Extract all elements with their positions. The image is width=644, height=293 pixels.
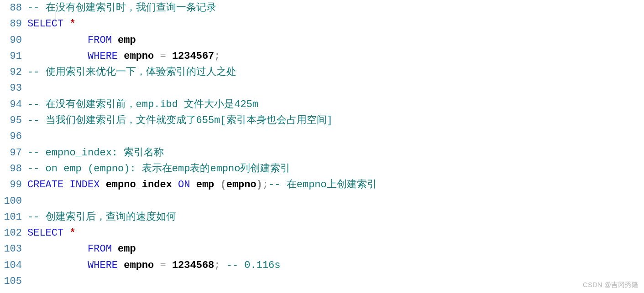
code-line: -- empno_index: 索引名称: [27, 145, 644, 161]
token-plain: [27, 260, 88, 271]
token-comment: -- 使用索引来优化一下，体验索引的过人之处: [27, 67, 236, 78]
token-semicolon: ;: [214, 51, 220, 62]
line-number: 100: [0, 193, 22, 209]
code-line: -- on emp (empno): 表示在emp表的empno列创建索引: [27, 161, 644, 177]
token-identifier: emp: [196, 179, 215, 190]
token-operator: =: [160, 260, 166, 271]
token-plain: [214, 179, 220, 190]
token-number: 1234567: [172, 51, 214, 62]
line-number: 101: [0, 209, 22, 225]
token-star: *: [69, 227, 75, 239]
token-plain: [118, 260, 124, 271]
code-line: -- 在没有创建索引时，我们查询一条记录: [27, 0, 644, 16]
token-semicolon: ;: [214, 260, 220, 271]
line-number: 88: [0, 0, 22, 16]
watermark: CSDN @吉冈秀隆: [583, 279, 639, 290]
code-line: FROM emp: [27, 241, 644, 257]
token-identifier: emp: [118, 35, 136, 46]
token-comment: -- 当我们创建索引后，文件就变成了655m[索引本身也会占用空间]: [27, 115, 333, 126]
code-line: CREATE INDEX empno_index ON emp (empno);…: [27, 177, 644, 193]
code-line: SELECT *: [27, 16, 644, 32]
code-line: -- 当我们创建索引后，文件就变成了655m[索引本身也会占用空间]: [27, 113, 644, 129]
token-paren: ): [257, 179, 262, 190]
code-line: FROM emp: [27, 32, 644, 48]
code-line: [27, 80, 644, 96]
token-plain: [27, 35, 88, 46]
code-line: -- 创建索引后，查询的速度如何: [27, 209, 644, 225]
line-number: 89: [0, 16, 22, 32]
token-identifier: emp: [118, 243, 136, 255]
token-comment: -- 创建索引后，查询的速度如何: [27, 211, 176, 223]
line-number-gutter: 8889909192939495969798991001011021031041…: [0, 0, 27, 293]
line-number: 92: [0, 64, 22, 80]
token-plain: [27, 243, 88, 255]
token-plain: [63, 227, 69, 239]
token-semicolon: ;: [262, 179, 268, 190]
token-number: 1234568: [172, 260, 214, 271]
token-keyword: SELECT: [27, 18, 63, 30]
token-plain: [220, 260, 226, 271]
token-plain: [118, 51, 124, 62]
token-keyword: WHERE: [88, 260, 118, 271]
code-line: WHERE empno = 1234567;: [27, 48, 644, 64]
line-number: 97: [0, 145, 22, 161]
token-keyword: FROM: [88, 243, 112, 255]
token-identifier: empno: [124, 51, 154, 62]
code-line: -- 在没有创建索引前，emp.ibd 文件大小是425m: [27, 97, 644, 113]
token-comment: -- on emp (empno): 表示在emp表的empno列创建索引: [27, 163, 290, 175]
token-plain: [63, 179, 69, 190]
token-plain: [154, 51, 160, 62]
token-plain: [99, 179, 105, 190]
code-line: [27, 273, 644, 289]
code-area[interactable]: -- 在没有创建索引时，我们查询一条记录SELECT * FROM emp WH…: [27, 0, 644, 293]
code-line: SELECT *: [27, 225, 644, 241]
token-identifier: empno: [124, 260, 154, 271]
token-plain: [190, 179, 196, 190]
token-comment: -- 0.116s: [226, 260, 281, 271]
token-identifier: empno_index: [106, 179, 172, 190]
code-line: [27, 129, 644, 144]
token-plain: [166, 51, 172, 62]
token-plain: [112, 35, 118, 46]
token-plain: [166, 260, 172, 271]
token-keyword: FROM: [88, 35, 112, 46]
token-keyword: SELECT: [27, 227, 63, 239]
token-comment: -- 在empno上创建索引: [268, 179, 377, 190]
token-comment: -- empno_index: 索引名称: [27, 147, 164, 159]
line-number: 99: [0, 177, 22, 193]
line-number: 90: [0, 32, 22, 48]
token-plain: [154, 260, 160, 271]
token-keyword: INDEX: [69, 179, 99, 190]
line-number: 103: [0, 241, 22, 257]
token-comment: -- 在: [27, 2, 56, 14]
line-number: 91: [0, 48, 22, 64]
code-line: WHERE empno = 1234568; -- 0.116s: [27, 257, 644, 273]
line-number: 96: [0, 129, 22, 144]
token-keyword: CREATE: [27, 179, 63, 190]
line-number: 93: [0, 80, 22, 96]
token-star: *: [69, 18, 75, 30]
token-comment: 没有创建索引时，我们查询一条记录: [56, 2, 216, 14]
token-keyword: WHERE: [88, 51, 118, 62]
token-operator: =: [160, 51, 166, 62]
line-number: 98: [0, 161, 22, 177]
token-identifier: empno: [226, 179, 257, 190]
token-keyword: ON: [178, 179, 190, 190]
line-number: 104: [0, 257, 22, 273]
token-plain: [112, 243, 118, 255]
line-number: 95: [0, 113, 22, 129]
token-paren: (: [220, 179, 226, 190]
code-line: -- 使用索引来优化一下，体验索引的过人之处: [27, 64, 644, 80]
line-number: 105: [0, 273, 22, 289]
code-editor: 8889909192939495969798991001011021031041…: [0, 0, 644, 293]
token-plain: [172, 179, 178, 190]
token-plain: [27, 51, 88, 62]
line-number: 102: [0, 225, 22, 241]
line-number: 94: [0, 97, 22, 113]
token-comment: -- 在没有创建索引前，emp.ibd 文件大小是425m: [27, 99, 258, 110]
token-plain: [63, 18, 69, 30]
code-line: [27, 193, 644, 209]
